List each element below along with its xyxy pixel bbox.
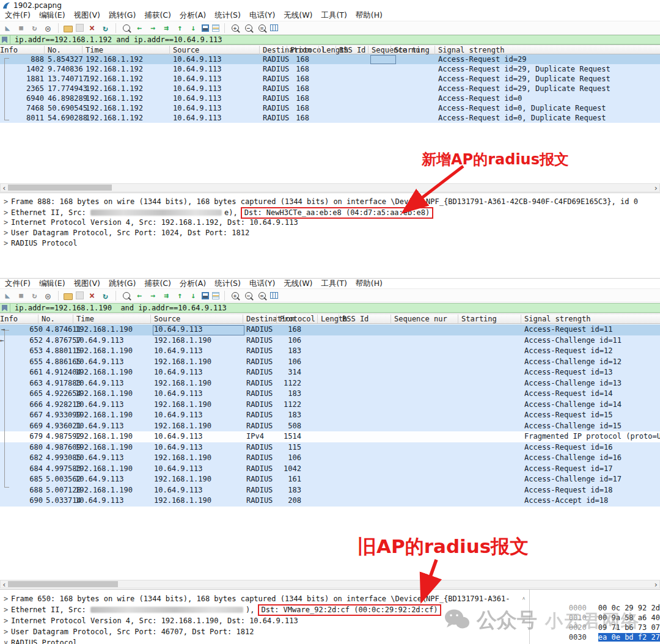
find-packet-icon[interactable] <box>121 23 131 33</box>
expander-icon[interactable] <box>4 604 11 615</box>
column-header-cell[interactable]: Source <box>173 46 199 54</box>
auto-scroll-icon[interactable] <box>202 24 209 32</box>
zoom-in-icon[interactable] <box>230 23 240 33</box>
expander-icon[interactable] <box>4 228 11 238</box>
window2-hex-pane[interactable]: 000000 0c 29 92 2d cf 74 3 001000 9a 58 … <box>529 589 660 644</box>
packet-row[interactable]: 684 4.997583 192.168.1.190 10.64.9.113 R… <box>0 464 660 475</box>
menu-item[interactable]: 视图(V) <box>74 279 100 289</box>
detail-radius-line[interactable]: RADIUS Protocol <box>4 637 529 644</box>
expander-open-icon[interactable] <box>4 637 11 644</box>
file-save-icon[interactable] <box>76 24 84 32</box>
menu-item[interactable]: 编辑(E) <box>39 10 65 21</box>
packet-row[interactable]: 7468 50.690545 192.168.1.192 10.64.9.113… <box>0 103 660 113</box>
go-last-icon[interactable] <box>188 23 199 33</box>
menu-item[interactable]: 无线(W) <box>284 279 312 289</box>
expander-icon[interactable] <box>4 218 11 228</box>
packet-row[interactable]: 650 4.874611 192.168.1.190 10.64.9.113 R… <box>0 324 660 335</box>
menu-item[interactable]: 文件(F) <box>5 279 31 289</box>
packet-row[interactable]: 652 4.876757 10.64.9.113 192.168.1.190 R… <box>0 335 660 346</box>
filter-bookmark-icon[interactable] <box>2 305 7 312</box>
zoom-reset-icon[interactable] <box>257 290 267 301</box>
menu-item[interactable]: 分析(A) <box>180 10 206 21</box>
colorize-icon[interactable] <box>212 24 219 32</box>
column-header-cell[interactable]: Source <box>154 315 180 323</box>
packet-row[interactable]: 663 4.917883 10.64.9.113 192.168.1.190 R… <box>0 378 660 389</box>
column-header-cell[interactable]: Sequence nur <box>394 315 447 323</box>
expander-icon[interactable] <box>4 208 11 218</box>
capture-start-icon[interactable] <box>2 290 13 301</box>
packet-row[interactable]: 1402 9.740836 192.168.1.192 10.64.9.113 … <box>0 64 660 74</box>
scroll-right-icon[interactable] <box>653 184 658 192</box>
display-filter-input[interactable]: ip.addr==192.168.1.190 and ip.addr==10.6… <box>15 304 227 312</box>
detail-ip-line[interactable]: Internet Protocol Version 4, Src: 192.16… <box>4 615 529 626</box>
menu-item[interactable]: 无线(W) <box>284 10 312 21</box>
display-filter-input[interactable]: ip.addr==192.168.1.192 and ip.addr==10.6… <box>15 35 222 44</box>
window1-hscrollbar[interactable] <box>0 183 660 192</box>
menu-item[interactable]: 电话(Y) <box>249 10 275 21</box>
capture-options-icon[interactable] <box>43 290 53 301</box>
detail-frame-line[interactable]: Frame 650: 168 bytes on wire (1344 bits)… <box>4 593 529 604</box>
packet-row[interactable]: 679 4.987592 192.168.1.190 10.64.9.113 I… <box>0 431 660 442</box>
packet-row[interactable]: 680 4.987609 192.168.1.190 10.64.9.113 R… <box>0 442 660 453</box>
go-forward-icon[interactable] <box>148 290 158 301</box>
go-to-packet-icon[interactable] <box>161 23 172 33</box>
window1-titlebar[interactable]: 1902.pcapng <box>0 0 660 10</box>
zoom-reset-icon[interactable] <box>257 23 267 33</box>
menu-item[interactable]: 工具(T) <box>321 10 346 21</box>
detail-udp-line[interactable]: User Datagram Protocol, Src Port: 1024, … <box>4 228 660 238</box>
hex-row[interactable]: 000000 0c 29 92 2d cf 74 3 <box>530 593 660 603</box>
column-header-cell[interactable]: Time <box>76 315 94 323</box>
go-forward-icon[interactable] <box>148 23 158 33</box>
capture-stop-icon[interactable] <box>16 290 26 301</box>
zoom-out-icon[interactable] <box>243 290 254 301</box>
column-header-cell[interactable]: Protocol <box>290 46 326 54</box>
menu-item[interactable]: 统计(S) <box>215 279 241 289</box>
go-to-packet-icon[interactable] <box>161 290 172 301</box>
scrollbar-thumb[interactable] <box>8 581 118 587</box>
expander-icon[interactable] <box>4 626 11 637</box>
window1-column-header[interactable]: No.TimeSourceDestinationProtocolLengthBS… <box>0 45 660 54</box>
capture-restart-icon[interactable] <box>29 290 40 301</box>
packet-row[interactable]: 2365 17.774943 192.168.1.192 10.64.9.113… <box>0 84 660 93</box>
packet-row[interactable]: 682 4.993085 10.64.9.113 192.168.1.190 R… <box>0 453 660 464</box>
capture-options-icon[interactable] <box>43 23 53 33</box>
expander-icon[interactable] <box>4 197 11 207</box>
window2-column-header[interactable]: No.TimeSourceDestinationProtocolLengthBS… <box>0 313 660 324</box>
menu-item[interactable]: 捕获(C) <box>144 279 170 289</box>
packet-row[interactable]: 661 4.912404 192.168.1.190 10.64.9.113 R… <box>0 367 660 378</box>
column-header-cell[interactable]: No. <box>42 315 55 323</box>
capture-restart-icon[interactable] <box>29 23 40 33</box>
packet-row[interactable]: 688 5.007128 192.168.1.190 10.64.9.113 R… <box>0 485 660 496</box>
column-header-cell[interactable]: Time <box>86 46 103 54</box>
column-header-cell[interactable]: Signal strength <box>438 46 504 54</box>
expander-icon[interactable] <box>4 593 11 604</box>
menu-item[interactable]: 跳转(G) <box>109 10 136 21</box>
detail-radius-line[interactable]: RADIUS Protocol <box>4 238 660 249</box>
packet-row[interactable]: 669 4.936021 10.64.9.113 192.168.1.190 R… <box>0 421 660 432</box>
scroll-left-icon[interactable] <box>2 580 7 589</box>
go-last-icon[interactable] <box>188 290 199 301</box>
column-header-cell[interactable]: Starting <box>394 46 430 54</box>
go-first-icon[interactable] <box>175 290 185 301</box>
packet-row[interactable]: 1881 13.740717 192.168.1.192 10.64.9.113… <box>0 74 660 84</box>
detail-ethernet-line[interactable]: Ethernet II, Src: ),Dst: VMware_92:2d:cf… <box>4 604 529 615</box>
zoom-out-icon[interactable] <box>243 23 254 33</box>
column-header-cell[interactable]: BSS Id <box>339 46 365 54</box>
detail-ip-line[interactable]: Internet Protocol Version 4, Src: 192.16… <box>4 218 660 228</box>
menu-item[interactable]: 电话(Y) <box>249 279 275 289</box>
window2-hscrollbar[interactable] <box>0 580 660 588</box>
column-header-cell[interactable]: No. <box>48 46 61 54</box>
packet-row[interactable]: 667 4.933099 192.168.1.190 10.64.9.113 R… <box>0 410 660 421</box>
file-open-icon[interactable] <box>64 293 73 300</box>
zoom-in-icon[interactable] <box>230 290 240 301</box>
detail-ethernet-line[interactable]: Ethernet II, Src: e),Dst: NewH3CTe_aa:eb… <box>4 207 660 218</box>
file-open-icon[interactable] <box>64 26 73 32</box>
packet-row[interactable]: 666 4.928213 10.64.9.113 192.168.1.190 R… <box>0 400 660 411</box>
menu-item[interactable]: 分析(A) <box>180 279 206 289</box>
menu-item[interactable]: 编辑(E) <box>39 279 65 289</box>
menu-item[interactable]: 帮助(H) <box>356 10 383 21</box>
capture-start-icon[interactable] <box>2 23 13 33</box>
menu-item[interactable]: 工具(T) <box>321 279 346 289</box>
colorize-icon[interactable] <box>212 292 219 299</box>
column-header-cell[interactable]: Protocol <box>280 315 315 323</box>
